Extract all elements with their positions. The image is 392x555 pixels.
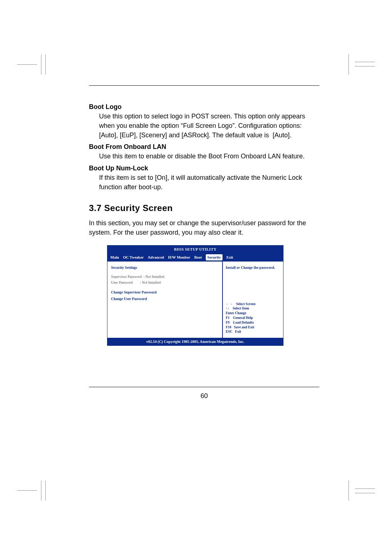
bios-key-row: Enter Change [226, 311, 280, 316]
bios-tab-security[interactable]: Security [206, 254, 222, 260]
section-intro: In this section, you may set or change t… [89, 218, 319, 237]
bios-key-legend: ←→ Select Screen↑↓ Select ItemEnter Chan… [226, 302, 280, 335]
bios-status-row: User Password : Not Installed [111, 280, 219, 285]
desc-boot-numlock: If this item is set to [On], it will aut… [99, 173, 319, 192]
bios-key-row: ↑↓ Select Item [226, 306, 280, 311]
bios-links: Change Supervisor PasswordChange User Pa… [111, 290, 219, 302]
bios-left-heading: Security Settings [111, 265, 219, 271]
term-boot-logo: Boot Logo [89, 102, 319, 112]
bios-rows: Supervisor Password : Not InstalledUser … [111, 274, 219, 285]
page-footer: 60 [89, 387, 319, 400]
bios-help-text: Install or Change the password. [226, 265, 280, 270]
section-heading: 3.7 Security Screen [89, 202, 319, 215]
bios-tab-oc-tweaker[interactable]: OC Tweaker [123, 255, 144, 260]
bios-link-change-user-password[interactable]: Change User Password [111, 296, 219, 302]
bios-tab-boot[interactable]: Boot [194, 255, 202, 260]
bios-window: BIOS SETUP UTILITY MainOC TweakerAdvance… [107, 245, 283, 346]
bios-footer: v02.54 (C) Copyright 1985-2005, American… [107, 338, 283, 345]
bios-key-row: F9 Load Defaults [226, 320, 280, 325]
bios-tab-bar: MainOC TweakerAdvancedH/W MonitorBootSec… [107, 253, 283, 262]
rule-bottom [89, 387, 319, 387]
bios-left-pane: Security Settings Supervisor Password : … [107, 262, 223, 338]
bios-status-row: Supervisor Password : Not Installed [111, 274, 219, 280]
desc-boot-logo: Use this option to select logo in POST s… [99, 112, 319, 140]
body-text: Boot Logo Use this option to select logo… [89, 102, 319, 346]
bios-title: BIOS SETUP UTILITY [107, 246, 283, 253]
desc-boot-lan: Use this item to enable or disable the B… [99, 151, 319, 161]
bios-key-row: F1 General Help [226, 316, 280, 320]
term-boot-lan: Boot From Onboard LAN [89, 142, 319, 151]
bios-key-row: F10 Save and Exit [226, 325, 280, 330]
rule-top [89, 85, 319, 86]
bios-tab-exit[interactable]: Exit [226, 255, 233, 260]
bios-link-change-supervisor-password[interactable]: Change Supervisor Password [111, 290, 219, 295]
bios-tab-h-w-monitor[interactable]: H/W Monitor [168, 255, 190, 260]
term-boot-numlock: Boot Up Num-Lock [89, 163, 319, 173]
bios-right-pane: Install or Change the password. ←→ Selec… [223, 262, 283, 338]
bios-tab-main[interactable]: Main [110, 255, 119, 260]
bios-body: Security Settings Supervisor Password : … [107, 262, 283, 338]
page-number: 60 [89, 392, 319, 400]
page-content: Boot Logo Use this option to select logo… [89, 85, 319, 346]
bios-tab-advanced[interactable]: Advanced [148, 255, 164, 260]
bios-key-row: ←→ Select Screen [226, 302, 280, 307]
bios-screenshot: BIOS SETUP UTILITY MainOC TweakerAdvance… [107, 245, 283, 346]
bios-key-row: ESC Exit [226, 329, 280, 334]
